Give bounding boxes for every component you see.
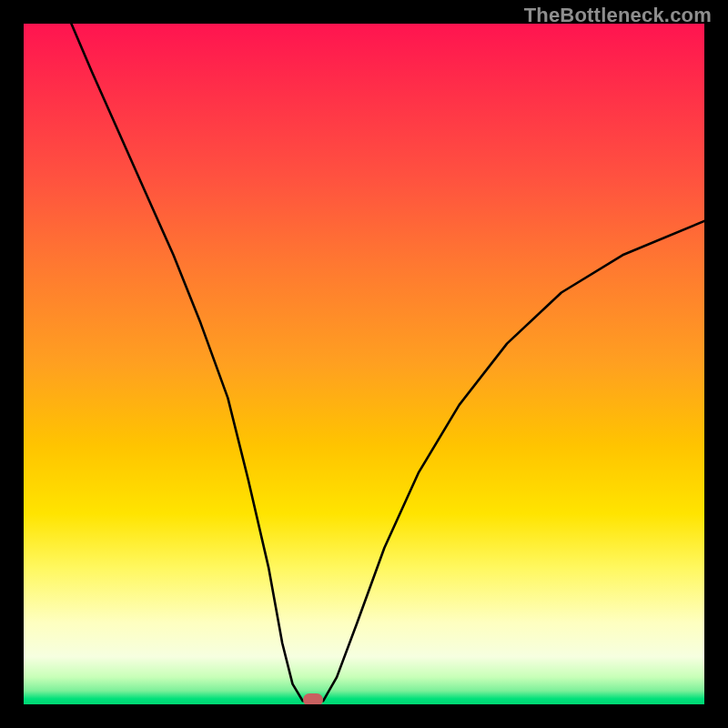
plot-area (24, 24, 704, 704)
bottleneck-curve (24, 24, 704, 704)
chart-frame: TheBottleneck.com (0, 0, 728, 728)
optimal-point-marker (303, 693, 323, 704)
